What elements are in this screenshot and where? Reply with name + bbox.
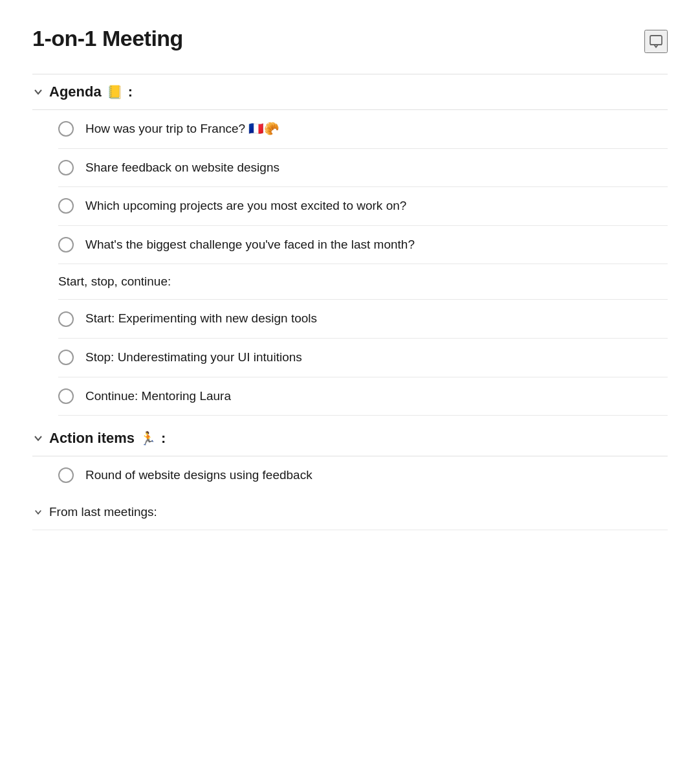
action-items-section-emoji: 🏃 <box>140 431 156 446</box>
agenda-items-list: How was your trip to France? 🇫🇷🥐 Share f… <box>32 110 668 416</box>
agenda-item-text: Share feedback on website designs <box>85 159 279 177</box>
radio-button[interactable] <box>58 467 74 483</box>
chat-icon <box>648 34 664 49</box>
agenda-section-emoji: 📒 <box>107 84 123 100</box>
action-items-section-header[interactable]: Action items 🏃 : <box>32 421 668 456</box>
agenda-item: Start: Experimenting with new design too… <box>58 300 668 339</box>
radio-button[interactable] <box>58 237 74 252</box>
radio-button[interactable] <box>58 388 74 404</box>
agenda-item: Which upcoming projects are you most exc… <box>58 187 668 226</box>
chat-button[interactable] <box>644 30 668 53</box>
svg-rect-0 <box>650 36 662 45</box>
agenda-text-item-label: Start, stop, continue: <box>58 274 171 288</box>
radio-button[interactable] <box>58 160 74 175</box>
agenda-section: Agenda 📒 : How was your trip to France? … <box>32 74 668 416</box>
from-last-meetings-header[interactable]: From last meetings: <box>32 495 668 530</box>
action-items-chevron-icon <box>32 432 44 444</box>
radio-button[interactable] <box>58 121 74 137</box>
radio-button[interactable] <box>58 311 74 327</box>
agenda-item: Share feedback on website designs <box>58 149 668 188</box>
agenda-section-colon: : <box>128 84 133 100</box>
radio-button[interactable] <box>58 198 74 214</box>
page-header: 1-on-1 Meeting <box>32 26 668 53</box>
action-items-list: Round of website designs using feedback <box>32 456 668 495</box>
agenda-item-text: Start: Experimenting with new design too… <box>85 310 317 328</box>
agenda-item-text: Continue: Mentoring Laura <box>85 388 231 405</box>
page-container: 1-on-1 Meeting Agenda 📒 : Ho <box>32 26 668 530</box>
agenda-item-text: Stop: Underestimating your UI intuitions <box>85 349 302 366</box>
agenda-item: How was your trip to France? 🇫🇷🥐 <box>58 110 668 149</box>
agenda-item: What's the biggest challenge you've face… <box>58 226 668 265</box>
action-items-section-colon: : <box>161 430 166 447</box>
action-item: Round of website designs using feedback <box>58 456 668 495</box>
agenda-item-text: How was your trip to France? 🇫🇷🥐 <box>85 120 279 138</box>
action-items-section: Action items 🏃 : Round of website design… <box>32 421 668 530</box>
agenda-item-text: Which upcoming projects are you most exc… <box>85 197 406 215</box>
agenda-chevron-icon <box>32 86 44 98</box>
action-items-section-title: Action items <box>49 430 135 447</box>
radio-button[interactable] <box>58 350 74 365</box>
from-last-meetings-chevron-icon <box>32 506 44 518</box>
agenda-item: Continue: Mentoring Laura <box>58 377 668 416</box>
from-last-meetings-title: From last meetings: <box>49 505 157 519</box>
agenda-text-item: Start, stop, continue: <box>58 264 668 300</box>
agenda-section-header[interactable]: Agenda 📒 : <box>32 74 668 109</box>
action-item-text: Round of website designs using feedback <box>85 467 312 484</box>
agenda-item-text: What's the biggest challenge you've face… <box>85 236 415 254</box>
agenda-item: Stop: Underestimating your UI intuitions <box>58 339 668 377</box>
page-title: 1-on-1 Meeting <box>32 26 183 51</box>
agenda-section-title: Agenda <box>49 84 102 100</box>
